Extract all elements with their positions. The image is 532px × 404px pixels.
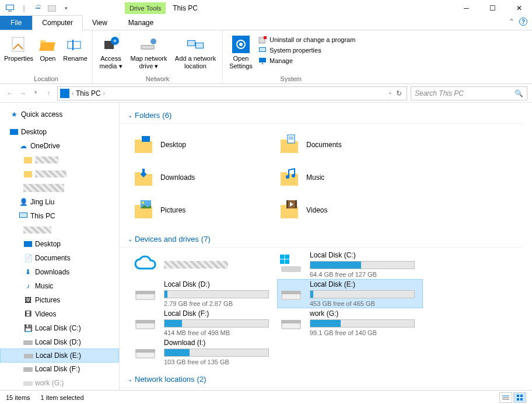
svg-rect-22: [260, 48, 265, 51]
tab-file[interactable]: File: [0, 16, 32, 30]
drive-name: Local Disk (D:): [164, 280, 269, 288]
folder-item[interactable]: Pictures: [131, 194, 277, 227]
forward-button[interactable]: →: [18, 89, 28, 97]
sidebar-item-local-e[interactable]: Local Disk (E:): [0, 349, 119, 363]
sidebar-item-music[interactable]: ♪ Music: [0, 279, 119, 293]
access-media-button[interactable]: Access media ▾: [96, 33, 125, 70]
sidebar-item-this-pc[interactable]: This PC: [0, 209, 119, 223]
address-bar[interactable]: › This PC › ⌄ ↻: [57, 86, 407, 100]
sidebar-item-desktop[interactable]: Desktop: [0, 125, 119, 139]
drive-item[interactable]: [131, 250, 277, 279]
search-box[interactable]: Search This PC 🔍: [411, 86, 527, 100]
system-properties-button[interactable]: System properties: [258, 46, 355, 55]
breadcrumb-chevron-icon[interactable]: ›: [103, 90, 105, 96]
drive-item[interactable]: Local Disk (D:)2.79 GB free of 2.87 GB: [131, 279, 277, 308]
tree-label: Jing Liu: [30, 198, 54, 206]
maximize-button[interactable]: ☐: [480, 0, 506, 16]
folder-item[interactable]: Downloads: [131, 161, 277, 194]
disk-icon: [23, 378, 33, 388]
folder-icon: [277, 133, 302, 157]
details-view-button[interactable]: [499, 392, 512, 403]
breadcrumb-label[interactable]: This PC: [76, 89, 101, 97]
sidebar-item-documents[interactable]: 📄 Documents: [0, 251, 119, 265]
sidebar-item-local-c[interactable]: 💾 Local Disk (C:): [0, 321, 119, 335]
close-button[interactable]: ✕: [506, 0, 532, 16]
uninstall-program-button[interactable]: Uninstall or change a program: [258, 35, 355, 44]
drive-item[interactable]: Download (I:)103 GB free of 135 GB: [131, 337, 277, 367]
tab-computer[interactable]: Computer: [32, 15, 83, 30]
drive-usage-bar: [164, 290, 269, 298]
section-count: (2): [197, 375, 206, 384]
folder-item[interactable]: Videos: [277, 194, 423, 227]
sidebar-item-work-g[interactable]: work (G:): [0, 376, 119, 390]
folder-icon: [131, 133, 156, 157]
drive-usage-bar: [310, 290, 415, 298]
folder-item[interactable]: Music: [277, 161, 423, 194]
svg-rect-65: [520, 395, 523, 397]
folder-item[interactable]: Desktop: [131, 128, 277, 161]
drive-usage-bar: [310, 319, 415, 328]
section-header-drives[interactable]: ⌄ Devices and drives (7): [120, 231, 524, 248]
drive-item[interactable]: Local Disk (C:)64.4 GB free of 127 GB: [277, 250, 423, 279]
section-count: (7): [201, 235, 211, 243]
sidebar-item-quick-access[interactable]: ★ Quick access: [0, 107, 119, 121]
drive-item[interactable]: Local Disk (F:)414 MB free of 498 MB: [131, 308, 277, 337]
sidebar-item-onedrive[interactable]: ☁ OneDrive: [0, 139, 119, 153]
add-network-location-button[interactable]: Add a network location: [172, 33, 219, 70]
folder-item[interactable]: Documents: [277, 128, 423, 161]
content-pane[interactable]: ⌄ Folders (6) DesktopDocumentsDownloadsM…: [120, 103, 532, 395]
downloads-icon: ⬇: [23, 267, 33, 277]
section-title: Devices and drives: [135, 235, 199, 243]
address-dropdown-icon[interactable]: ⌄: [388, 89, 393, 97]
ribbon: Properties Open Rename Location Access m…: [0, 30, 532, 84]
sidebar-item-redacted-4[interactable]: [0, 223, 119, 237]
refresh-button[interactable]: ↻: [396, 89, 402, 97]
properties-qat-icon[interactable]: [32, 2, 44, 15]
svg-rect-15: [196, 43, 203, 48]
sidebar-item-redacted-1[interactable]: [0, 153, 119, 167]
sidebar-item-pictures[interactable]: 🖼 Pictures: [0, 293, 119, 307]
navigation-pane[interactable]: ★ Quick access Desktop ☁ OneDrive 👤 Jing…: [0, 103, 120, 395]
drive-icon: [134, 340, 158, 364]
open-folder-icon: [38, 35, 57, 54]
drive-item[interactable]: Local Disk (E:)453 GB free of 465 GB: [277, 279, 423, 308]
group-label-system: System: [226, 74, 355, 83]
sidebar-item-desktop-sub[interactable]: Desktop: [0, 237, 119, 251]
section-header-network[interactable]: ⌄ Network locations (2): [120, 371, 524, 388]
sidebar-item-local-f[interactable]: Local Disk (F:): [0, 362, 119, 376]
minimize-button[interactable]: ─: [453, 0, 480, 16]
large-icons-view-button[interactable]: [513, 392, 526, 403]
drive-item[interactable]: work (G:)99.1 GB free of 140 GB: [277, 308, 423, 337]
up-button[interactable]: ↑: [43, 89, 54, 97]
svg-rect-42: [280, 255, 284, 259]
new-folder-qat-icon[interactable]: [46, 2, 58, 15]
drive-free-text: 99.1 GB free of 140 GB: [310, 329, 415, 336]
manage-button[interactable]: Manage: [258, 56, 355, 65]
desktop-icon: [9, 127, 19, 137]
tab-view[interactable]: View: [83, 16, 117, 30]
tab-manage[interactable]: Manage: [119, 16, 163, 30]
rename-button[interactable]: Rename: [62, 33, 89, 62]
sidebar-item-local-d[interactable]: Local Disk (D:): [0, 335, 119, 349]
qat-chevron-icon[interactable]: ▾: [60, 2, 72, 15]
sidebar-item-redacted-3[interactable]: [0, 181, 119, 195]
sidebar-item-user[interactable]: 👤 Jing Liu: [0, 195, 119, 209]
breadcrumb-chevron-icon[interactable]: ›: [72, 90, 74, 96]
sidebar-item-videos[interactable]: 🎞 Videos: [0, 307, 119, 321]
section-header-folders[interactable]: ⌄ Folders (6): [120, 107, 524, 124]
minimize-ribbon-icon[interactable]: ⌃: [509, 18, 514, 26]
recent-locations-button[interactable]: ▾: [30, 89, 41, 97]
sidebar-item-downloads[interactable]: ⬇ Downloads: [0, 265, 119, 279]
tree-label: This PC: [30, 212, 55, 220]
redacted-text: [23, 184, 64, 192]
help-icon[interactable]: ?: [519, 18, 527, 26]
map-network-drive-button[interactable]: Map network drive ▾: [128, 33, 170, 70]
svg-rect-66: [517, 398, 519, 400]
music-icon: ♪: [23, 281, 33, 291]
svg-rect-6: [72, 40, 74, 50]
open-settings-button[interactable]: Open Settings: [226, 33, 256, 70]
back-button[interactable]: ←: [5, 89, 15, 97]
properties-button[interactable]: Properties: [4, 33, 34, 62]
sidebar-item-redacted-2[interactable]: [0, 167, 119, 181]
open-button[interactable]: Open: [36, 33, 60, 62]
